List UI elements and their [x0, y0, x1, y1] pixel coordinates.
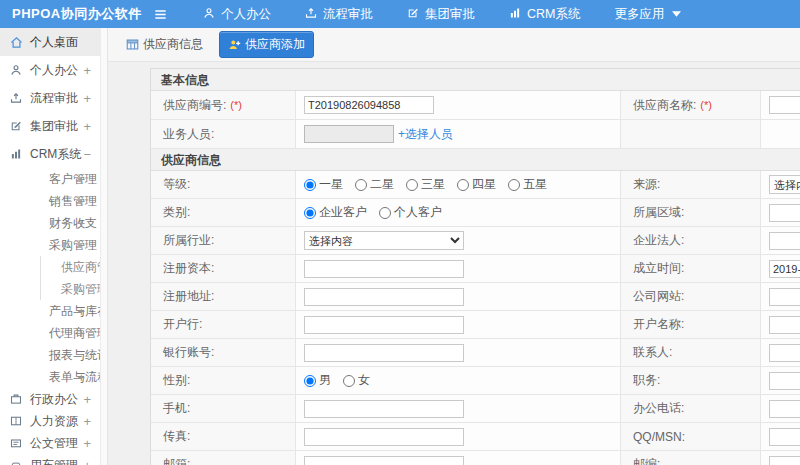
contact-person-field — [761, 339, 800, 366]
form-row: 传真:QQ/MSN: — [151, 423, 800, 451]
registered-capital-input[interactable] — [304, 260, 464, 278]
sidebar-item-product-stock[interactable]: 产品与库存+ — [0, 300, 100, 322]
sidebar-item-report-stats[interactable]: 报表与统计 — [0, 344, 100, 366]
account-name-input[interactable] — [769, 316, 800, 334]
legal-person-input[interactable] — [769, 232, 800, 250]
topnav-personal-office[interactable]: 个人办公 — [203, 6, 271, 23]
sidebar-item-form-flow-setup[interactable]: 表单与流程设置+ — [0, 366, 100, 388]
sidebar-item-label: 采购管理 — [49, 237, 97, 254]
gender-radio[interactable] — [304, 375, 316, 387]
sidebar-item-label: 表单与流程设置 — [49, 369, 100, 386]
source-select[interactable]: 选择内容 — [769, 175, 800, 194]
topnav-label: 流程审批 — [323, 6, 373, 23]
gender-radio[interactable] — [343, 375, 355, 387]
expand-plus-icon[interactable]: + — [83, 91, 91, 106]
level-option[interactable]: 二星 — [355, 176, 394, 193]
expand-plus-icon[interactable]: + — [83, 392, 91, 407]
gender-option[interactable]: 男 — [304, 372, 331, 389]
sidebar-item-crm-system[interactable]: CRM系统− — [0, 140, 100, 168]
contact-person-input[interactable] — [769, 344, 800, 362]
sidebar-item-label: 行政办公 — [30, 391, 78, 408]
sidebar-item-label: 客户管理 — [49, 171, 97, 188]
expand-plus-icon[interactable]: + — [77, 172, 85, 187]
sidebar-item-human-resource[interactable]: 人力资源+ — [0, 410, 100, 432]
sidebar-item-document-mgmt[interactable]: 公文管理+ — [0, 432, 100, 454]
bank-account-input[interactable] — [304, 344, 464, 362]
sidebar-item-purchasing[interactable]: 采购管理 — [40, 278, 100, 300]
level-radio[interactable] — [406, 179, 418, 191]
expand-plus-icon[interactable]: + — [77, 194, 85, 209]
collapse-minus-icon[interactable]: − — [83, 147, 91, 162]
sidebar-item-supplier-mgmt[interactable]: 供应商管理 — [40, 256, 100, 278]
tab-supplier-add[interactable]: 供应商添加 — [219, 31, 314, 58]
qq-msn-label: QQ/MSN: — [621, 423, 761, 450]
tab-supplier-info[interactable]: 供应商信息 — [118, 32, 211, 57]
expand-plus-icon[interactable]: + — [83, 63, 91, 78]
bank-branch-input[interactable] — [304, 316, 464, 334]
level-option[interactable]: 四星 — [457, 176, 496, 193]
sidebar-item-personal-office[interactable]: 个人办公+ — [0, 56, 100, 84]
supplier-name-input[interactable] — [769, 96, 800, 114]
legal-person-field — [761, 227, 800, 254]
level-radio[interactable] — [457, 179, 469, 191]
sales-person-input[interactable] — [304, 125, 394, 143]
level-radio[interactable] — [355, 179, 367, 191]
sidebar-item-customer-mgmt[interactable]: 客户管理+ — [0, 168, 100, 190]
form-row: 类别:企业客户个人客户所属区域: — [151, 199, 800, 227]
sidebar-item-admin-office[interactable]: 行政办公+ — [0, 388, 100, 410]
hamburger-menu-icon[interactable] — [145, 7, 175, 22]
company-website-label: 公司网站: — [621, 283, 761, 310]
expand-plus-icon[interactable]: + — [77, 216, 85, 231]
sidebar-item-vehicle-mgmt[interactable]: 用车管理+ — [0, 454, 100, 465]
radio-label: 男 — [319, 372, 331, 389]
level-radio[interactable] — [508, 179, 520, 191]
level-option[interactable]: 五星 — [508, 176, 547, 193]
sidebar-item-agent-mgmt[interactable]: 代理商管理+ — [0, 322, 100, 344]
expand-plus-icon[interactable]: + — [83, 458, 91, 465]
level-option[interactable]: 三星 — [406, 176, 445, 193]
level-radio[interactable] — [304, 179, 316, 191]
sidebar-scrollbar[interactable] — [100, 28, 108, 465]
sidebar-item-sales-mgmt[interactable]: 销售管理+ — [0, 190, 100, 212]
zip-code-input[interactable] — [769, 456, 800, 465]
sidebar-item-personal-desktop[interactable]: 个人桌面 — [0, 28, 100, 56]
radio-label: 一星 — [319, 176, 343, 193]
topnav-crm-system[interactable]: CRM系统 — [509, 6, 580, 23]
qq-msn-input[interactable] — [769, 428, 800, 446]
office-phone-input[interactable] — [769, 400, 800, 418]
sidebar-item-label: 集团审批 — [30, 118, 78, 135]
category-radio[interactable] — [379, 207, 391, 219]
topnav-flow-approval[interactable]: 流程审批 — [305, 6, 373, 23]
expand-plus-icon[interactable]: + — [83, 414, 91, 429]
fax-input[interactable] — [304, 428, 464, 446]
expand-plus-icon[interactable]: + — [77, 304, 85, 319]
required-mark: (*) — [230, 99, 242, 111]
email-input[interactable] — [304, 456, 464, 465]
sales-person-picker-link[interactable]: +选择人员 — [398, 126, 453, 143]
supplier-code-input[interactable] — [304, 96, 434, 114]
expand-plus-icon[interactable]: + — [83, 119, 91, 134]
level-option[interactable]: 一星 — [304, 176, 343, 193]
topnav-group-approval[interactable]: 集团审批 — [407, 6, 475, 23]
sidebar-item-group-approval[interactable]: 集团审批+ — [0, 112, 100, 140]
expand-plus-icon[interactable]: + — [77, 326, 85, 341]
registered-address-input[interactable] — [304, 288, 464, 306]
sidebar-item-finance-mgmt[interactable]: 财务收支+ — [0, 212, 100, 234]
expand-plus-icon[interactable]: + — [77, 370, 85, 385]
category-option[interactable]: 企业客户 — [304, 204, 367, 221]
industry-select[interactable]: 选择内容 — [304, 231, 464, 250]
founded-date-input[interactable] — [769, 260, 800, 278]
expand-plus-icon[interactable]: + — [83, 436, 91, 451]
sidebar-item-purchase-mgmt[interactable]: 采购管理− — [0, 234, 100, 256]
gender-option[interactable]: 女 — [343, 372, 370, 389]
company-website-input[interactable] — [769, 288, 800, 306]
collapse-minus-icon[interactable]: − — [77, 238, 85, 253]
radio-label: 企业客户 — [319, 204, 367, 221]
topnav-more-apps[interactable]: 更多应用 — [614, 6, 681, 23]
position-input[interactable] — [769, 372, 800, 390]
category-radio[interactable] — [304, 207, 316, 219]
mobile-input[interactable] — [304, 400, 464, 418]
sidebar-item-flow-approval[interactable]: 流程审批+ — [0, 84, 100, 112]
category-option[interactable]: 个人客户 — [379, 204, 442, 221]
region-input[interactable] — [769, 204, 800, 222]
